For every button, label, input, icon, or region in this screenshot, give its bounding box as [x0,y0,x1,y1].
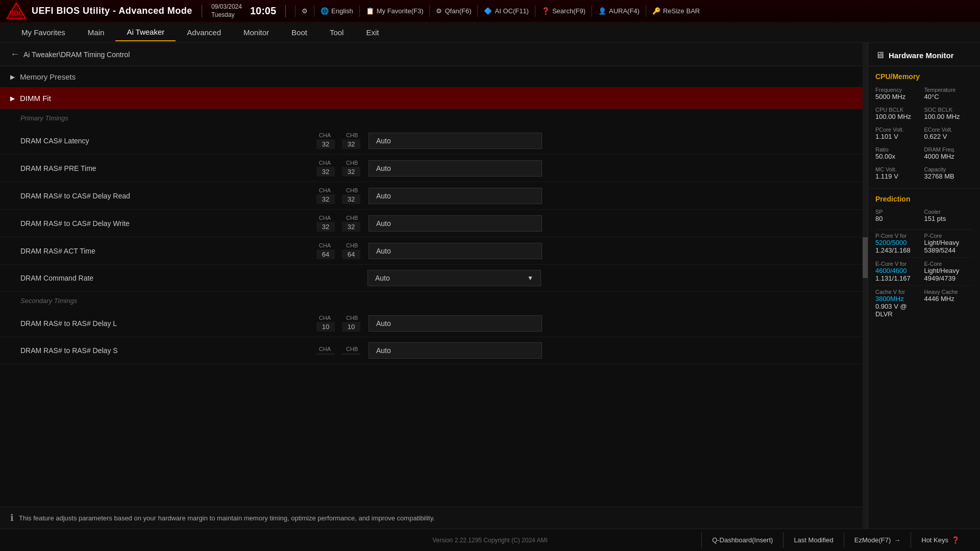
cache-v-freq: 3800MHz [875,295,924,303]
resize-bar-label: ReSize BAR [663,7,700,15]
toolbar-search[interactable]: ❓ Search(F9) [535,5,592,17]
last-modified-label: Last Modified [794,536,833,544]
chb-value: 32 [342,139,360,149]
nav-advanced[interactable]: Advanced [176,24,232,41]
setting-name-dram-cas: DRAM CAS# Latency [20,137,316,145]
settings-scroll-area[interactable]: ▶ Memory Presets ▶ DIMM Fit Primary Timi… [0,66,863,507]
ecore-v-vals: 1.131/1.167 [875,274,924,282]
soc-bclk-label: SOC BCLK [924,107,973,113]
mc-volt-label: MC Volt. [875,166,924,172]
hot-keys-button[interactable]: Hot Keys ❓ [911,532,970,548]
ecore-v-row: E-Core V for 4600/4600 1.131/1.167 E-Cor… [875,258,973,286]
header-divider [202,5,202,17]
ez-mode-button[interactable]: EzMode(F7) → [844,532,911,548]
capacity-value: 32768 MB [924,172,973,180]
nav-exit[interactable]: Exit [355,24,390,41]
dimm-fit-label: DIMM Fit [20,94,51,103]
dram-cas-auto-box[interactable]: Auto [369,133,542,149]
nav-my-favorites[interactable]: My Favorites [10,24,77,41]
hw-cell-capacity: Capacity 32768 MB [924,163,973,183]
sp-cell: SP 80 [875,206,924,225]
capacity-label: Capacity [924,166,973,172]
ecore-v-freq: 4600/4600 [875,267,924,274]
cha-label4: CHA [319,215,331,221]
toolbar-resize-bar[interactable]: 🔑 ReSize BAR [646,5,706,17]
back-arrow-icon[interactable]: ← [10,49,19,60]
setting-name-ras-act: DRAM RAS# ACT Time [20,247,316,255]
settings-button[interactable]: ⚙ [295,5,314,17]
setting-name-cmd-rate: DRAM Command Rate [20,274,316,282]
toolbar-english[interactable]: 🌐 English [314,5,359,17]
scrollbar-thumb[interactable] [863,237,868,278]
setting-name-ras-pre: DRAM RAS# PRE Time [20,164,316,172]
secondary-timings-label: Secondary Timings [0,292,863,310]
qfan-label: Qfan(F6) [445,7,471,15]
cha-val4: 32 [316,222,335,232]
svg-text:ROG: ROG [9,10,23,17]
chb-label7: CHB [346,346,358,352]
toolbar-aura[interactable]: 👤 AURA(F4) [592,5,646,17]
sp-label: SP [875,209,924,215]
nav-tool[interactable]: Tool [318,24,355,41]
dram-cas-control[interactable]: Auto [369,133,842,149]
chb-val5: 64 [342,249,360,259]
cha-val7 [316,353,335,355]
scrollbar[interactable] [863,43,868,529]
cha-value: 32 [316,139,335,149]
ras-ras-s-control[interactable]: Auto [369,342,842,359]
pcore-v-cell: P-Core V for 5200/5000 1.243/1.168 [875,233,924,254]
ras-cas-read-auto-box[interactable]: Auto [369,188,542,204]
qfan-icon: ⚙ [436,7,442,15]
hw-cell-frequency: Frequency 5000 MHz [875,84,924,104]
hw-monitor-title: Hardware Monitor [889,51,954,60]
chb-val4: 32 [342,222,360,232]
hw-cpu-memory-grid: Frequency 5000 MHz Temperature 40°C CPU … [868,84,980,189]
last-modified-button[interactable]: Last Modified [783,532,843,548]
ras-cas-write-auto-box[interactable]: Auto [369,215,542,232]
setting-dram-command-rate: DRAM Command Rate Auto ▼ [0,265,863,292]
cache-v-row: Cache V for 3800MHz 0.903 V @ DLVR Heavy… [875,286,973,321]
cmd-rate-dropdown[interactable]: Auto ▼ [368,270,541,286]
ras-act-auto-box[interactable]: Auto [369,243,542,259]
dimm-expand-icon: ▶ [10,95,15,102]
section-dimm-fit[interactable]: ▶ DIMM Fit [0,88,863,109]
ez-mode-icon: → [894,536,900,544]
info-bar: ℹ This feature adjusts parameters based … [0,507,863,529]
cache-v-val: 0.903 V @ DLVR [875,303,924,318]
ras-act-control[interactable]: Auto [369,243,842,259]
dram-freq-value: 4000 MHz [924,153,973,160]
toolbar-my-favorite[interactable]: 📋 My Favorite(F3) [359,5,430,17]
search-icon: ❓ [542,7,550,15]
setting-ras-act-time: DRAM RAS# ACT Time CHA CHB 64 64 Auto [0,237,863,265]
hw-cell-cpu-bclk: CPU BCLK 100.00 MHz [875,104,924,123]
ras-ras-l-auto-box[interactable]: Auto [369,315,542,332]
cha-label2: CHA [319,160,331,166]
ras-ras-l-control[interactable]: Auto [369,315,842,332]
toolbar-ai-oc[interactable]: 🔷 AI OC(F11) [477,5,534,17]
ai-oc-label: AI OC(F11) [495,7,528,15]
cha-chb-ras-ras-l: CHA CHB 10 10 [316,315,360,332]
cha-chb-dram-cas: CHA CHB 32 32 [316,132,360,149]
ras-cas-read-control[interactable]: Auto [369,188,842,204]
ras-cas-write-control[interactable]: Auto [369,215,842,232]
ecore-volt-value: 0.622 V [924,133,973,140]
aura-label: AURA(F4) [609,7,640,15]
ras-pre-auto-box[interactable]: Auto [369,160,542,177]
nav-boot[interactable]: Boot [280,24,318,41]
chb-val7 [342,353,360,355]
ras-pre-control[interactable]: Auto [369,160,842,177]
nav-main[interactable]: Main [77,24,116,41]
toolbar-qfan[interactable]: ⚙ Qfan(F6) [429,5,477,17]
frequency-value: 5000 MHz [875,93,924,101]
cmd-rate-control[interactable]: Auto ▼ [368,270,842,286]
memory-presets-label: Memory Presets [20,72,76,81]
nav-monitor[interactable]: Monitor [232,24,280,41]
setting-ras-to-cas-write: DRAM RAS# to CAS# Delay Write CHA CHB 32… [0,210,863,237]
q-dashboard-button[interactable]: Q-Dashboard(Insert) [701,532,783,548]
ras-ras-s-auto-box[interactable]: Auto [369,342,542,359]
cha-chb-ras-act: CHA CHB 64 64 [316,242,360,259]
primary-timings-label: Primary Timings [0,109,863,127]
nav-ai-tweaker[interactable]: Ai Tweaker [115,23,176,41]
section-memory-presets[interactable]: ▶ Memory Presets [0,66,863,88]
setting-ras-to-ras-s: DRAM RAS# to RAS# Delay S CHA CHB Auto [0,337,863,364]
